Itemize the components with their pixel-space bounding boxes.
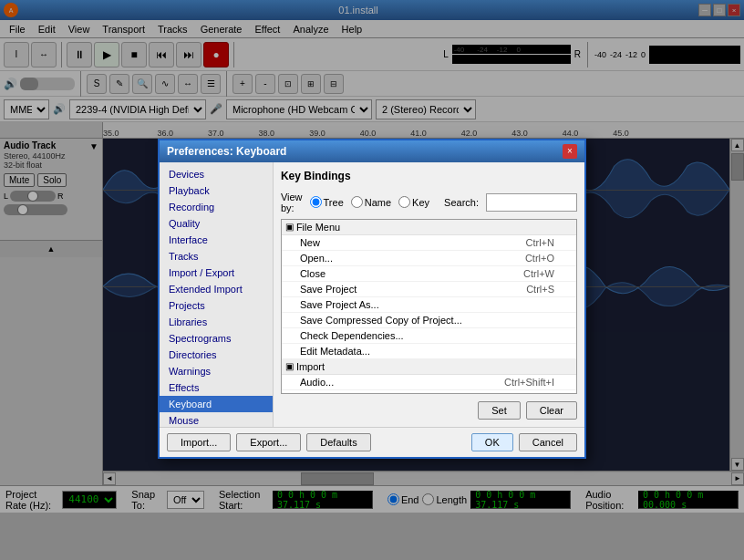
item-name: Save Project As... xyxy=(300,299,554,310)
expand-icon: ▣ xyxy=(285,222,294,232)
item-name: Save Compressed Copy of Project... xyxy=(300,315,554,326)
nav-playback[interactable]: Playback xyxy=(160,182,273,199)
cancel-button[interactable]: Cancel xyxy=(519,433,577,451)
view-by-row: View by: Tree Name Key Search: xyxy=(281,192,577,213)
defaults-button[interactable]: Defaults xyxy=(306,433,370,451)
view-key-label[interactable]: Key xyxy=(398,196,429,208)
modal-overlay: Preferences: Keyboard × Devices Playback… xyxy=(0,0,744,560)
tree-item-edit-metadata[interactable]: Edit Metadata... xyxy=(282,344,576,359)
nav-mouse[interactable]: Mouse xyxy=(160,412,273,427)
view-by-label: View by: xyxy=(281,192,303,213)
item-key: Ctrl+Shift+I xyxy=(504,377,558,388)
clear-button[interactable]: Clear xyxy=(526,401,577,420)
import-button[interactable]: Import... xyxy=(167,433,231,451)
search-input[interactable] xyxy=(486,193,577,212)
item-key: Ctrl+W xyxy=(523,268,558,279)
kb-section-title: Key Bindings xyxy=(281,170,577,182)
dialog-title-text: Preferences: Keyboard xyxy=(167,145,286,158)
file-menu-group[interactable]: ▣ File Menu xyxy=(282,220,576,235)
tree-item-open[interactable]: Open... Ctrl+O xyxy=(282,251,576,266)
dialog-bottom-buttons: Import... Export... Defaults OK Cancel xyxy=(160,427,584,457)
nav-import-export[interactable]: Import / Export xyxy=(160,264,273,281)
tree-item-save-as[interactable]: Save Project As... xyxy=(282,297,576,313)
dialog-body: Devices Playback Recording Quality Inter… xyxy=(160,162,584,427)
tree-item-save[interactable]: Save Project Ctrl+S xyxy=(282,282,576,297)
dialog-close-button[interactable]: × xyxy=(563,144,577,159)
ok-cancel-group: OK Cancel xyxy=(471,433,577,451)
nav-projects[interactable]: Projects xyxy=(160,297,273,314)
dialog-nav: Devices Playback Recording Quality Inter… xyxy=(160,162,274,427)
nav-extended-import[interactable]: Extended Import xyxy=(160,281,273,297)
nav-tracks[interactable]: Tracks xyxy=(160,248,273,264)
item-name: Open... xyxy=(300,253,525,264)
set-clear-row: Set Clear xyxy=(281,399,577,420)
import-label: Import xyxy=(296,361,325,372)
view-name-radio[interactable] xyxy=(351,196,363,208)
preferences-dialog: Preferences: Keyboard × Devices Playback… xyxy=(158,139,586,459)
item-key: Ctrl+S xyxy=(526,284,558,295)
item-name: Labels... xyxy=(300,392,554,394)
search-label: Search: xyxy=(444,197,479,208)
tree-item-check-deps[interactable]: Check Dependencies... xyxy=(282,328,576,344)
ok-button[interactable]: OK xyxy=(471,433,513,451)
nav-keyboard[interactable]: Keyboard xyxy=(160,396,273,412)
item-name: Audio... xyxy=(300,377,504,388)
item-name: Check Dependencies... xyxy=(300,330,554,341)
tree-item-close[interactable]: Close Ctrl+W xyxy=(282,266,576,282)
nav-devices[interactable]: Devices xyxy=(160,166,273,182)
item-name: New xyxy=(300,237,526,248)
item-name: Save Project xyxy=(300,284,526,295)
nav-libraries[interactable]: Libraries xyxy=(160,314,273,330)
nav-recording[interactable]: Recording xyxy=(160,199,273,215)
item-name: Edit Metadata... xyxy=(300,346,554,357)
export-button[interactable]: Export... xyxy=(236,433,301,451)
view-tree-text: Tree xyxy=(324,197,344,208)
nav-spectrograms[interactable]: Spectrograms xyxy=(160,330,273,347)
file-menu-label: File Menu xyxy=(296,222,340,233)
import-export-defaults-group: Import... Export... Defaults xyxy=(167,433,371,451)
import-group[interactable]: ▣ Import xyxy=(282,359,576,375)
set-button[interactable]: Set xyxy=(478,401,521,420)
nav-quality[interactable]: Quality xyxy=(160,215,273,232)
view-key-radio[interactable] xyxy=(398,196,410,208)
tree-item-new[interactable]: New Ctrl+N xyxy=(282,235,576,251)
tree-item-save-compressed[interactable]: Save Compressed Copy of Project... xyxy=(282,313,576,328)
dialog-titlebar: Preferences: Keyboard × xyxy=(160,140,584,162)
view-name-text: Name xyxy=(365,197,391,208)
view-tree-radio[interactable] xyxy=(310,196,322,208)
item-name: Close xyxy=(300,268,523,279)
view-name-label[interactable]: Name xyxy=(351,196,391,208)
item-key: Ctrl+O xyxy=(525,253,558,264)
view-key-text: Key xyxy=(412,197,429,208)
kb-tree[interactable]: ▣ File Menu New Ctrl+N Open... Ctrl+O Cl… xyxy=(281,219,577,394)
view-tree-label[interactable]: Tree xyxy=(310,196,344,208)
item-key: Ctrl+N xyxy=(526,237,558,248)
nav-warnings[interactable]: Warnings xyxy=(160,363,273,379)
nav-effects[interactable]: Effects xyxy=(160,379,273,396)
nav-interface[interactable]: Interface xyxy=(160,232,273,248)
tree-item-labels[interactable]: Labels... xyxy=(282,390,576,394)
tree-item-audio[interactable]: Audio... Ctrl+Shift+I xyxy=(282,375,576,390)
nav-directories[interactable]: Directories xyxy=(160,347,273,363)
expand-icon-2: ▣ xyxy=(285,361,294,371)
dialog-content: Key Bindings View by: Tree Name Key xyxy=(274,162,584,427)
